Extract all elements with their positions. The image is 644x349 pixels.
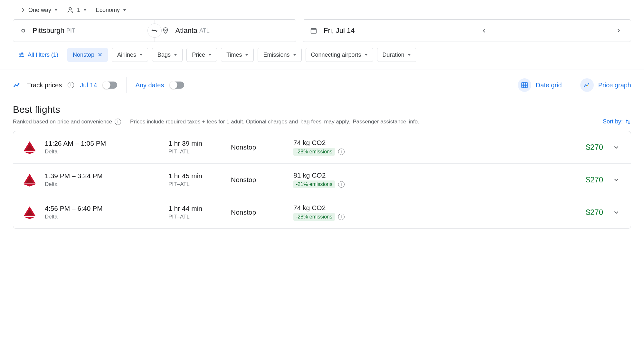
swap-icon (151, 27, 158, 34)
flight-co2: 81 kg CO2 (293, 171, 371, 179)
svg-point-0 (69, 8, 71, 10)
filter-nonstop[interactable]: Nonstop ✕ (67, 48, 108, 62)
delta-logo-icon (22, 140, 37, 155)
flight-duration: 1 hr 45 min (168, 172, 223, 180)
info-icon[interactable]: i (338, 214, 345, 220)
track-any-label: Any dates (136, 82, 164, 89)
price-text-mid: may apply. (324, 119, 350, 125)
grid-icon (521, 81, 528, 89)
date-value: Fri, Jul 14 (324, 26, 355, 35)
passenger-selector[interactable]: 1 (67, 6, 87, 14)
flight-stops: Nonstop (231, 143, 286, 151)
date-input[interactable]: Fri, Jul 14 (303, 19, 631, 42)
chevron-down-icon (174, 54, 177, 56)
destination-input[interactable]: Atlanta ATL (155, 19, 297, 42)
filter-airlines[interactable]: Airlines (112, 48, 148, 62)
flight-times: 11:26 AM – 1:05 PM (45, 140, 161, 147)
info-icon[interactable]: i (338, 181, 345, 188)
bag-fees-link[interactable]: bag fees (300, 119, 321, 125)
expand-button[interactable] (611, 174, 622, 185)
track-prices-label: Track prices (27, 82, 62, 89)
close-icon[interactable]: ✕ (98, 51, 102, 58)
price-graph-button[interactable]: Price graph (580, 78, 631, 92)
sort-icon (625, 119, 631, 125)
svg-rect-3 (311, 29, 317, 34)
flight-co2: 74 kg CO2 (293, 204, 371, 212)
flight-co2: 74 kg CO2 (293, 139, 371, 147)
flight-route: PIT–ATL (168, 214, 223, 220)
pin-icon (162, 27, 169, 34)
swap-button[interactable] (147, 24, 162, 38)
chevron-down-icon (613, 209, 620, 216)
price-text-suffix: info. (409, 119, 419, 125)
chevron-down-icon (613, 144, 620, 151)
track-any-toggle[interactable] (170, 82, 184, 89)
filter-connecting-airports[interactable]: Connecting airports (306, 48, 373, 62)
flight-stops: Nonstop (231, 176, 286, 184)
delta-logo-icon (22, 172, 37, 187)
passenger-assistance-link[interactable]: Passenger assistance (353, 119, 406, 125)
date-grid-button[interactable]: Date grid (518, 78, 562, 92)
emissions-badge: -21% emissions (293, 180, 335, 188)
results-title: Best flights (13, 104, 631, 115)
chevron-down-icon (293, 54, 296, 56)
delta-logo-icon (22, 205, 37, 220)
divider (0, 70, 644, 70)
svg-point-5 (20, 54, 21, 55)
chevron-right-icon (615, 27, 622, 34)
flight-route: PIT–ATL (168, 149, 223, 155)
price-graph-label: Price graph (598, 82, 631, 89)
trip-type-selector[interactable]: One way (19, 7, 58, 14)
airline-name: Delta (45, 181, 161, 188)
filter-duration[interactable]: Duration (377, 48, 416, 62)
calendar-icon (310, 27, 317, 34)
price-text-prefix: Prices include required taxes + fees for… (130, 119, 298, 125)
divider (571, 77, 571, 93)
arrow-right-icon (19, 7, 25, 13)
svg-point-4 (22, 53, 23, 53)
flight-price: $270 (564, 208, 603, 217)
info-icon[interactable]: i (115, 119, 121, 125)
filter-bags[interactable]: Bags (152, 48, 183, 62)
sort-button[interactable]: Sort by: (603, 118, 631, 125)
emissions-badge: -28% emissions (293, 148, 335, 156)
airline-logo (22, 205, 37, 220)
filter-emissions[interactable]: Emissions (258, 48, 301, 62)
chevron-down-icon (83, 9, 87, 11)
airline-name: Delta (45, 214, 161, 220)
origin-input[interactable]: Pittsburgh PIT (13, 19, 155, 42)
svg-point-2 (165, 29, 166, 31)
flight-route: PIT–ATL (168, 181, 223, 188)
sliders-icon (18, 52, 24, 58)
chevron-down-icon (123, 9, 126, 11)
info-icon[interactable]: i (68, 82, 74, 88)
airline-name: Delta (45, 149, 161, 155)
expand-button[interactable] (611, 207, 622, 218)
svg-point-8 (587, 85, 588, 86)
origin-code: PIT (66, 27, 75, 34)
svg-point-1 (22, 29, 25, 32)
flight-row[interactable]: 1:39 PM – 3:24 PMDelta1 hr 45 minPIT–ATL… (13, 163, 631, 196)
flight-row[interactable]: 11:26 AM – 1:05 PMDelta1 hr 39 minPIT–AT… (13, 131, 631, 163)
emissions-badge: -28% emissions (293, 213, 335, 221)
trend-icon (13, 81, 21, 89)
date-prev-button[interactable] (479, 25, 489, 36)
date-grid-label: Date grid (536, 82, 562, 89)
sort-label: Sort by: (603, 118, 623, 125)
all-filters-button[interactable]: All filters (1) (13, 48, 63, 62)
svg-point-6 (23, 56, 24, 57)
filter-times[interactable]: Times (221, 48, 254, 62)
trip-type-label: One way (28, 7, 51, 14)
person-icon (67, 6, 74, 14)
track-date-toggle[interactable] (103, 82, 117, 89)
date-next-button[interactable] (613, 25, 624, 36)
flight-row[interactable]: 4:56 PM – 6:40 PMDelta1 hr 44 minPIT–ATL… (13, 196, 631, 228)
cabin-selector[interactable]: Economy (96, 7, 126, 14)
passenger-count: 1 (77, 7, 80, 14)
chevron-down-icon (208, 54, 212, 56)
info-icon[interactable]: i (338, 149, 345, 155)
circle-icon (20, 28, 26, 34)
filter-price[interactable]: Price (186, 48, 217, 62)
expand-button[interactable] (611, 142, 622, 153)
chevron-left-icon (481, 27, 487, 34)
